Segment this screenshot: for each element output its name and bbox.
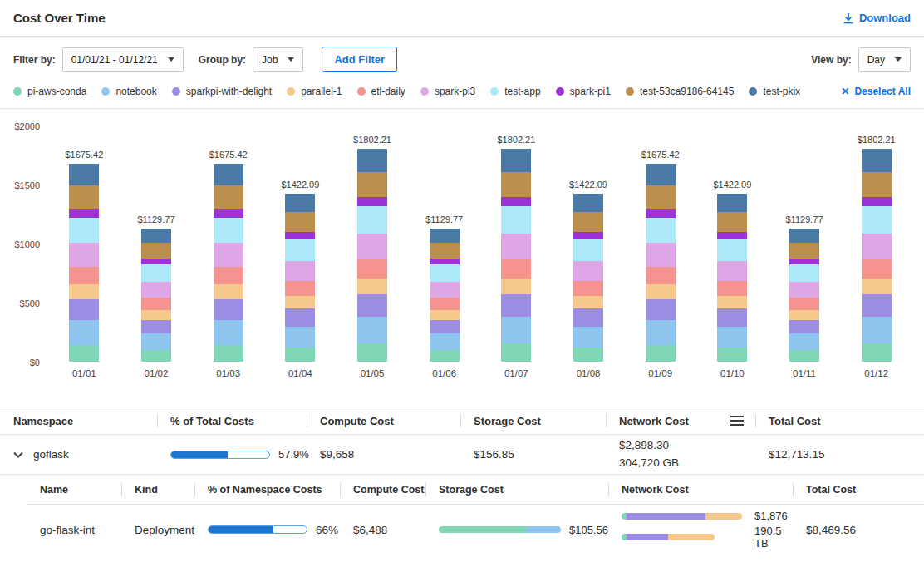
bar-segment-test-53ca9186-64145 — [501, 172, 531, 196]
caret-down-icon — [168, 57, 174, 62]
x-tick-label: 01/06 — [408, 368, 480, 385]
bar-segment-sparkpi-with-delight — [430, 320, 460, 334]
bar-01/12[interactable]: $1802.21 — [840, 126, 912, 362]
namespace-row-goflask[interactable]: goflask 57.9% $9,658 $156.85 $2,898.30 3… — [0, 435, 924, 475]
bar-01/11[interactable]: $1129.77 — [769, 126, 841, 362]
bar-segment-notebook — [357, 317, 387, 343]
bar-01/01[interactable]: $1675.42 — [48, 126, 120, 362]
col-compute-cost: Compute Cost — [340, 475, 425, 504]
bar-total-label: $1422.09 — [553, 180, 625, 190]
bar-segment-etl-daily — [285, 281, 315, 296]
download-button[interactable]: Download — [843, 12, 911, 24]
chevron-down-icon[interactable] — [13, 451, 23, 458]
bar-segment-spark-pi3 — [789, 282, 819, 298]
bar-01/10[interactable]: $1422.09 — [696, 126, 769, 362]
bar-segment-sparkpi-with-delight — [214, 299, 243, 320]
group-by-value: Job — [262, 54, 278, 66]
bar-segment-etl-daily — [573, 281, 603, 296]
bar-segment-etl-daily — [357, 259, 387, 279]
bar-segment-spark-pi3 — [69, 243, 99, 267]
deselect-all-button[interactable]: ✕ Deselect All — [841, 86, 911, 97]
bar-segment-etl-daily — [69, 267, 99, 284]
bar-segment-spark-pi1 — [285, 232, 315, 239]
bar-total-label: $1675.42 — [48, 150, 120, 160]
legend-item-test-app[interactable]: test-app — [490, 86, 540, 97]
bar-segment-test-app — [501, 206, 531, 234]
bar-segment-etl-daily — [717, 281, 747, 296]
network-volume-bar — [622, 534, 715, 540]
bar-segment-parallel-1 — [717, 296, 747, 308]
legend-item-parallel-1[interactable]: parallel-1 — [287, 86, 342, 97]
bar-total-label: $1802.21 — [337, 135, 409, 145]
menu-icon[interactable] — [729, 414, 745, 427]
bar-01/04[interactable]: $1422.09 — [264, 126, 337, 362]
legend-item-pi-aws-conda[interactable]: pi-aws-conda — [13, 86, 86, 97]
workload-row-go-flask-int[interactable]: go-flask-int Deployment 66% $6,488 $105.… — [27, 505, 924, 555]
bar-segment-test-pkix — [862, 149, 892, 172]
col-network-cost-label: Network Cost — [619, 415, 689, 427]
bar-01/06[interactable]: $1129.77 — [408, 126, 480, 362]
legend-item-spark-pi3[interactable]: spark-pi3 — [420, 86, 475, 97]
date-range-select[interactable]: 01/01/21 - 01/12/21 — [62, 47, 184, 72]
group-by-select[interactable]: Job — [253, 47, 303, 72]
y-tick-label: $2000 — [14, 121, 40, 131]
legend-item-etl-daily[interactable]: etl-daily — [357, 86, 405, 97]
workload-compute-cost: $6,488 — [340, 524, 425, 536]
chart-area: $0$500$1000$1500$2000 $1675.42$1129.77$1… — [48, 126, 912, 385]
col-network-cost: Network Cost — [608, 475, 793, 504]
pct-of-namespace-bar-fill — [209, 526, 273, 533]
bar-segment-spark-pi3 — [862, 234, 892, 259]
legend-item-notebook[interactable]: notebook — [101, 86, 156, 97]
bar-stack — [646, 164, 676, 362]
bar-01/02[interactable]: $1129.77 — [120, 126, 193, 362]
bar-segment-sparkpi-with-delight — [573, 308, 603, 326]
bar-segment-test-pkix — [69, 164, 99, 185]
bar-01/05[interactable]: $1802.21 — [337, 126, 409, 362]
bar-total-label: $1129.77 — [408, 214, 480, 224]
bar-01/07[interactable]: $1802.21 — [480, 126, 553, 362]
storage-cost-value: $156.85 — [460, 448, 606, 461]
bar-segment-parallel-1 — [69, 284, 99, 299]
bar-segment-notebook — [285, 327, 315, 348]
legend-item-test-pkix[interactable]: test-pkix — [749, 86, 800, 97]
bar-stack — [862, 149, 892, 362]
bar-segment-test-53ca9186-64145 — [573, 212, 603, 231]
legend-swatch-icon — [357, 87, 366, 96]
bar-01/08[interactable]: $1422.09 — [553, 126, 625, 362]
legend-item-label: test-pkix — [763, 86, 800, 97]
bar-01/03[interactable]: $1675.42 — [192, 126, 264, 362]
view-by-select[interactable]: Day — [858, 47, 911, 72]
bar-segment-parallel-1 — [501, 279, 531, 294]
bar-segment-pi-aws-conda — [646, 345, 676, 362]
legend-swatch-icon — [287, 87, 295, 96]
bar-segment-notebook — [573, 327, 603, 348]
bar-01/09[interactable]: $1675.42 — [624, 126, 696, 362]
legend-item-sparkpi-with-delight[interactable]: sparkpi-with-delight — [172, 86, 272, 97]
bar-segment-spark-pi1 — [430, 259, 460, 264]
legend-item-spark-pi1[interactable]: spark-pi1 — [556, 86, 611, 97]
bar-stack — [357, 149, 387, 362]
group-by-label: Group by: — [199, 54, 246, 66]
bar-segment-notebook — [430, 333, 460, 350]
col-kind: Kind — [121, 475, 194, 504]
pct-of-total-value: 57.9% — [278, 448, 309, 461]
network-volume-bar-holder — [622, 534, 748, 540]
bar-segment-test-app — [573, 239, 603, 261]
bar-segment-test-pkix — [573, 194, 603, 212]
bar-stack — [69, 164, 99, 362]
cost-chart: $0$500$1000$1500$2000 $1675.42$1129.77$1… — [0, 109, 924, 385]
legend-swatch-icon — [101, 87, 110, 96]
cost-table-header: Namespace % of Total Costs Compute Cost … — [0, 407, 924, 435]
legend-swatch-icon — [420, 87, 429, 96]
add-filter-button[interactable]: Add Filter — [322, 47, 397, 72]
bar-segment-parallel-1 — [573, 296, 603, 308]
bar-segment-pi-aws-conda — [789, 350, 819, 362]
detail-table-header: Name Kind % of Namespace Costs Compute C… — [27, 475, 924, 505]
deselect-all-icon: ✕ — [841, 86, 849, 97]
bar-segment-notebook — [717, 327, 747, 348]
bar-segment-parallel-1 — [285, 296, 315, 308]
legend-item-test-53ca9186-64145[interactable]: test-53ca9186-64145 — [626, 86, 734, 97]
bar-total-label: $1675.42 — [624, 150, 696, 160]
bar-segment-spark-pi1 — [69, 209, 99, 218]
bar-segment-parallel-1 — [862, 279, 892, 294]
